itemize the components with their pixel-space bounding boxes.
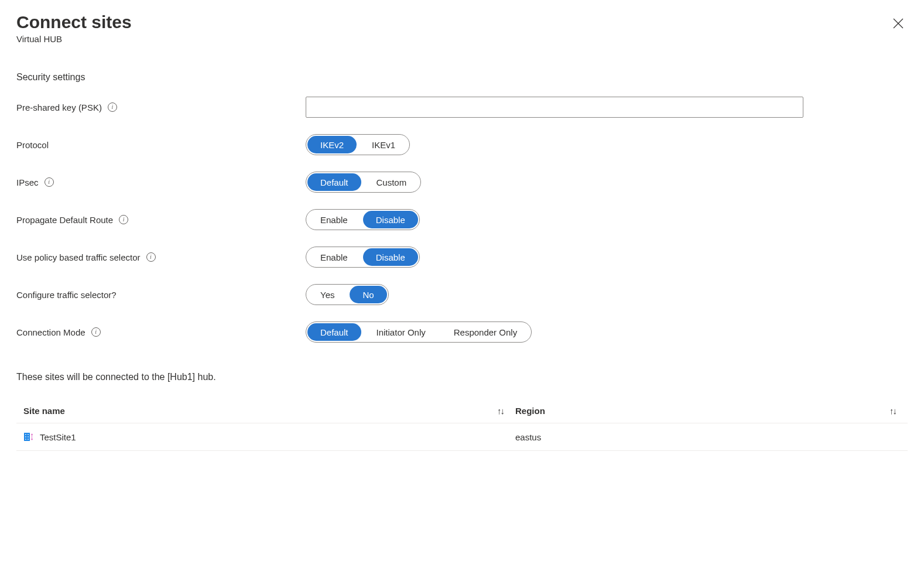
svg-rect-4 [28,434,29,435]
protocol-label: Protocol [16,140,49,150]
info-icon[interactable]: i [146,252,156,262]
cell-sitename: TestSite1 [40,432,76,442]
propagate-disable-button[interactable]: Disable [363,211,418,228]
col-region-header[interactable]: Region [515,406,545,416]
ipsec-custom-button[interactable]: Custom [364,173,420,191]
policy-disable-button[interactable]: Disable [363,248,418,266]
psk-label: Pre-shared key (PSK) [16,102,102,112]
blade-header: Connect sites Virtual HUB [16,12,908,44]
table-row[interactable]: TestSite1 eastus [16,423,908,451]
policy-selector-label: Use policy based traffic selector [16,252,141,262]
configure-yes-button[interactable]: Yes [307,286,347,303]
svg-rect-8 [28,439,29,440]
sort-icon[interactable]: ↑↓ [889,406,896,416]
svg-point-10 [31,439,33,440]
policy-selector-row: Use policy based traffic selector i Enab… [16,247,908,268]
connection-mode-row: Connection Mode i Default Initiator Only… [16,322,908,343]
info-icon[interactable]: i [45,177,54,187]
configure-selector-toggle: Yes No [306,284,389,305]
security-settings-heading: Security settings [16,72,908,83]
sites-table: Site name ↑↓ Region ↑↓ [16,406,908,451]
policy-selector-toggle: Enable Disable [306,247,420,268]
configure-no-button[interactable]: No [350,286,386,303]
psk-row: Pre-shared key (PSK) i [16,97,908,118]
ipsec-row: IPsec i Default Custom [16,172,908,193]
ipsec-default-button[interactable]: Default [307,173,361,191]
propagate-row: Propagate Default Route i Enable Disable [16,209,908,230]
connection-mode-label: Connection Mode [16,327,85,337]
vpn-site-icon [23,432,34,442]
connection-mode-toggle: Default Initiator Only Responder Only [306,322,532,343]
protocol-ikev1-button[interactable]: IKEv1 [359,136,408,153]
protocol-ikev2-button[interactable]: IKEv2 [307,136,357,153]
info-icon[interactable]: i [91,327,101,337]
svg-rect-5 [25,436,26,437]
info-icon[interactable]: i [108,102,117,112]
protocol-toggle: IKEv2 IKEv1 [306,134,410,155]
propagate-enable-button[interactable]: Enable [307,211,361,228]
propagate-label: Propagate Default Route [16,215,113,225]
policy-enable-button[interactable]: Enable [307,248,361,266]
close-icon [892,18,904,29]
psk-input[interactable] [306,97,803,118]
connected-sites-message: These sites will be connected to the [Hu… [16,372,908,382]
connmode-responder-button[interactable]: Responder Only [441,323,530,341]
svg-rect-3 [25,434,26,435]
page-subtitle: Virtual HUB [16,34,132,44]
connmode-initiator-button[interactable]: Initiator Only [364,323,439,341]
close-button[interactable] [889,14,908,35]
ipsec-label: IPsec [16,177,39,187]
info-icon[interactable]: i [119,215,128,224]
propagate-toggle: Enable Disable [306,209,420,230]
svg-rect-2 [24,433,30,441]
col-sitename-header[interactable]: Site name [23,406,65,416]
sort-icon[interactable]: ↑↓ [497,406,504,416]
table-header: Site name ↑↓ Region ↑↓ [16,406,908,423]
page-title: Connect sites [16,12,132,33]
protocol-row: Protocol IKEv2 IKEv1 [16,134,908,155]
configure-selector-label: Configure traffic selector? [16,290,117,300]
configure-selector-row: Configure traffic selector? Yes No [16,284,908,305]
ipsec-toggle: Default Custom [306,172,421,193]
svg-rect-6 [28,436,29,437]
svg-rect-7 [25,439,26,440]
cell-region: eastus [515,432,541,442]
svg-point-9 [31,434,33,436]
connmode-default-button[interactable]: Default [307,323,361,341]
